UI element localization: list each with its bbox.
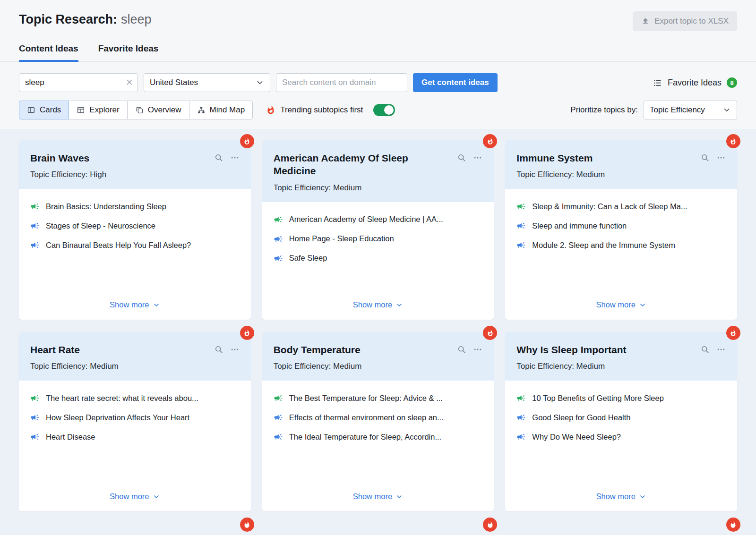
megaphone-icon — [30, 240, 40, 250]
search-icon[interactable] — [700, 153, 710, 162]
favorite-ideas-link[interactable]: Favorite Ideas 8 — [653, 77, 737, 88]
view-overview-button[interactable]: Overview — [127, 101, 189, 119]
show-more-link[interactable]: Show more — [596, 488, 646, 504]
ellipsis-icon[interactable] — [473, 345, 482, 354]
view-cards-button[interactable]: Cards — [19, 101, 69, 119]
tabs: Content Ideas Favorite Ideas — [0, 43, 756, 62]
trending-toggle[interactable] — [373, 104, 395, 116]
item-text: Effects of thermal environment on sleep … — [289, 413, 444, 422]
list-item[interactable]: Safe Sleep — [274, 254, 483, 263]
card-body: The heart rate secret: what it reveals a… — [19, 381, 251, 511]
card-body: 10 Top Benefits of Getting More Sleep Go… — [505, 381, 737, 511]
explorer-view-icon — [77, 106, 85, 114]
list-item[interactable]: Home Page - Sleep Education — [274, 234, 483, 244]
ellipsis-icon[interactable] — [716, 345, 726, 354]
trending-badge — [483, 134, 497, 148]
megaphone-icon — [30, 413, 40, 422]
list-item[interactable]: Why Do We Need Sleep? — [516, 432, 726, 442]
megaphone-icon — [30, 432, 40, 442]
megaphone-icon — [516, 221, 526, 230]
list-item[interactable]: Good Sleep for Good Health — [516, 413, 726, 422]
cards-grid: Brain Waves Topic Efficiency: High Brain… — [19, 140, 737, 535]
tab-content-ideas[interactable]: Content Ideas — [19, 43, 78, 61]
chevron-down-icon — [639, 301, 646, 309]
view-mindmap-button[interactable]: Mind Map — [189, 101, 253, 119]
view-cards-label: Cards — [40, 105, 61, 115]
export-xlsx-button[interactable]: Export topic to XLSX — [633, 11, 737, 31]
list-item[interactable]: Effects of thermal environment on sleep … — [274, 413, 483, 422]
show-more-link[interactable]: Show more — [353, 488, 403, 504]
mindmap-view-icon — [197, 106, 206, 114]
list-item[interactable]: The Best Temperature for Sleep: Advice &… — [274, 393, 483, 403]
show-more-label: Show more — [353, 300, 392, 309]
domain-search-input[interactable] — [276, 73, 407, 92]
topic-search-input[interactable] — [19, 73, 138, 92]
next-row-card-peek — [19, 524, 251, 535]
card-header: American Academy Of Sleep Medicine Topic… — [262, 140, 494, 202]
ellipsis-icon[interactable] — [230, 345, 240, 354]
item-text: The Best Temperature for Sleep: Advice &… — [289, 394, 443, 403]
item-text: The Ideal Temperature for Sleep, Accordi… — [289, 433, 442, 442]
card-items: The Best Temperature for Sleep: Advice &… — [274, 393, 483, 451]
list-item[interactable]: Heart Disease — [30, 432, 240, 442]
card-header: Brain Waves Topic Efficiency: High — [19, 140, 251, 189]
chevron-down-icon — [395, 301, 403, 309]
trending-badge — [726, 518, 740, 532]
ellipsis-icon[interactable] — [716, 153, 726, 162]
show-more-link[interactable]: Show more — [110, 297, 160, 312]
favorite-ideas-label: Favorite Ideas — [668, 78, 722, 88]
country-select[interactable]: United States — [144, 73, 270, 92]
item-text: Stages of Sleep - Neuroscience — [46, 221, 155, 230]
megaphone-icon — [30, 202, 40, 211]
topic-card: Brain Waves Topic Efficiency: High Brain… — [19, 140, 251, 320]
list-item[interactable]: Brain Basics: Understanding Sleep — [30, 202, 240, 211]
list-item[interactable]: Module 2. Sleep and the Immune System — [516, 240, 726, 250]
list-item[interactable]: American Academy of Sleep Medicine | AA.… — [274, 215, 483, 224]
ellipsis-icon[interactable] — [230, 153, 240, 162]
megaphone-icon — [274, 254, 283, 263]
card-items: 10 Top Benefits of Getting More Sleep Go… — [516, 393, 726, 451]
export-xlsx-label: Export topic to XLSX — [654, 17, 729, 26]
trending-badge — [483, 518, 497, 532]
search-icon[interactable] — [457, 153, 466, 162]
list-item[interactable]: The Ideal Temperature for Sleep, Accordi… — [274, 432, 483, 442]
show-more-link[interactable]: Show more — [110, 488, 160, 504]
header: Topic Research:sleep Export topic to XLS… — [0, 0, 756, 31]
list-item[interactable]: The heart rate secret: what it reveals a… — [30, 393, 240, 403]
item-text: Why Do We Need Sleep? — [532, 433, 621, 442]
prioritize-select[interactable]: Topic Efficiency — [644, 101, 737, 119]
item-text: How Sleep Deprivation Affects Your Heart — [46, 413, 189, 422]
chevron-down-icon — [153, 493, 160, 501]
search-icon[interactable] — [457, 345, 466, 354]
show-more-label: Show more — [110, 492, 149, 501]
list-item[interactable]: How Sleep Deprivation Affects Your Heart — [30, 413, 240, 422]
prioritize-select-value: Topic Efficiency — [650, 105, 705, 115]
card-header: Heart Rate Topic Efficiency: Medium — [19, 332, 251, 381]
upload-icon — [641, 17, 650, 25]
list-item[interactable]: Sleep and immune function — [516, 221, 726, 230]
tab-favorite-ideas[interactable]: Favorite Ideas — [98, 43, 159, 61]
megaphone-icon — [30, 393, 40, 403]
next-row-card-peek — [262, 524, 494, 535]
card-title: Body Temperature — [274, 343, 451, 356]
show-more-link[interactable]: Show more — [353, 297, 403, 312]
item-text: Sleep and immune function — [532, 221, 627, 230]
show-more-link[interactable]: Show more — [596, 297, 646, 312]
topic-efficiency: Topic Efficiency: Medium — [516, 170, 726, 179]
list-item[interactable]: 10 Top Benefits of Getting More Sleep — [516, 393, 726, 403]
trending-badge — [240, 134, 254, 148]
view-toolbar: Cards Explorer Overview Mind Map Trendin… — [19, 101, 737, 119]
search-icon[interactable] — [214, 345, 223, 354]
list-item[interactable]: Can Binaural Beats Help You Fall Asleep? — [30, 240, 240, 250]
list-item[interactable]: Sleep & Immunity: Can a Lack of Sleep Ma… — [516, 202, 726, 211]
clear-icon[interactable] — [125, 78, 134, 86]
search-icon[interactable] — [700, 345, 710, 354]
list-item[interactable]: Stages of Sleep - Neuroscience — [30, 221, 240, 230]
get-content-ideas-button[interactable]: Get content ideas — [413, 73, 498, 92]
view-explorer-button[interactable]: Explorer — [69, 101, 127, 119]
search-icon[interactable] — [214, 153, 223, 162]
favorites-count-badge: 8 — [727, 77, 737, 88]
ellipsis-icon[interactable] — [473, 153, 482, 162]
item-text: Sleep & Immunity: Can a Lack of Sleep Ma… — [532, 202, 687, 211]
megaphone-icon — [274, 432, 283, 442]
